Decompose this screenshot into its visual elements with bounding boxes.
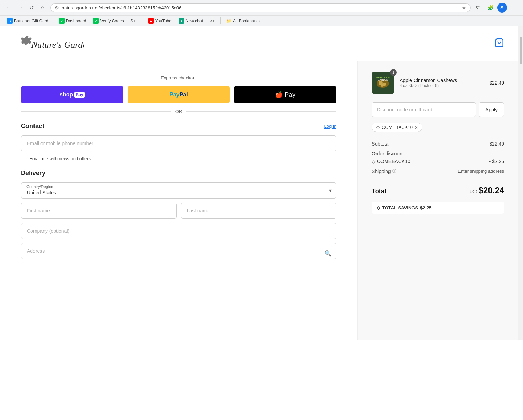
shop-pay-button[interactable]: shop Pay (21, 86, 123, 103)
address-bar[interactable]: ⚙ naturesgarden.net/checkouts/c/b1b14323… (50, 3, 471, 12)
dashboard-icon: ✓ (59, 18, 65, 24)
product-image: NATURE'S GARDEN (372, 72, 394, 94)
paypal-pay: Pay (169, 92, 179, 98)
order-divider (372, 179, 504, 179)
newsletter-checkbox[interactable] (21, 156, 26, 161)
shipping-info-icon: ⓘ (392, 168, 396, 174)
discount-diamond-icon: ◇ (372, 158, 376, 164)
discount-value: - $2.25 (489, 158, 504, 164)
coupon-tag: ◇ COMEBACK10 × (372, 123, 422, 132)
verify-icon: ✓ (93, 18, 99, 24)
shop-pay-text: shop (60, 92, 73, 98)
bookmark-verify[interactable]: ✓ Verify Codes — Sim... (90, 17, 144, 25)
bookmark-dashboard-label: Dashboard (66, 18, 86, 23)
savings-icon: ◇ (377, 205, 380, 210)
shield-icon[interactable]: 🛡 (473, 3, 483, 13)
reload-button[interactable]: ↺ (26, 3, 36, 13)
order-discount-label: Order discount (372, 151, 404, 156)
logo-svg: Nature's Garden (14, 33, 84, 54)
discount-input[interactable] (372, 102, 476, 117)
product-img-svg: NATURE'S GARDEN (373, 73, 393, 93)
apply-button[interactable]: Apply (479, 102, 504, 117)
product-price: $22.49 (489, 80, 504, 86)
contact-section: Contact Log in Email me with news and of… (21, 123, 336, 161)
bookmark-dashboard[interactable]: ✓ Dashboard (56, 17, 89, 25)
company-input[interactable] (21, 223, 336, 239)
nav-buttons: ← → ↺ ⌂ (4, 3, 47, 13)
shipping-value: Enter shipping address (458, 169, 504, 174)
email-input[interactable] (21, 135, 336, 151)
extensions-icon[interactable]: 🧩 (485, 3, 495, 13)
svg-point-6 (381, 84, 384, 87)
delivery-title: Delivery (21, 170, 45, 177)
apple-pay-icon: 🍎 Pay (275, 91, 295, 98)
profile-button[interactable]: S (497, 3, 507, 13)
more-button[interactable]: ⋮ (509, 3, 519, 13)
forward-button[interactable]: → (15, 3, 25, 13)
newsletter-row: Email me with news and offers (21, 156, 336, 161)
log-in-button[interactable]: Log in (324, 124, 336, 129)
savings-bar: ◇ TOTAL SAVINGS $2.25 (372, 202, 504, 214)
coupon-remove-button[interactable]: × (415, 125, 418, 130)
checkout-left-panel: Express checkout shop Pay PayPal 🍎 Pay (0, 61, 358, 340)
page-wrapper: Nature's Garden Express checkout (0, 26, 523, 340)
total-currency: USD (468, 189, 477, 194)
home-button[interactable]: ⌂ (38, 3, 47, 13)
paypal-button[interactable]: PayPal (128, 86, 230, 103)
discount-code-label-wrapper: ◇ COMEBACK10 (372, 158, 410, 164)
star-icon: ★ (462, 5, 466, 10)
contact-title: Contact (21, 123, 44, 130)
bookmark-battlenet[interactable]: B Battlenet Gift Card... (4, 17, 55, 25)
store-header: Nature's Garden (0, 26, 518, 61)
apple-pay-button[interactable]: 🍎 Pay (234, 86, 336, 103)
product-quantity-badge: 1 (390, 69, 397, 76)
product-variant: 4 oz <br> (Pack of 6) (400, 83, 484, 88)
discount-line: Order discount (372, 149, 504, 158)
bookmark-newchat[interactable]: ✦ New chat (176, 17, 206, 25)
product-info: Apple Cinnamon Cashews 4 oz <br> (Pack o… (400, 78, 484, 88)
country-select-wrapper: Country/Region United States ▾ (21, 182, 336, 199)
bookmarks-bar: B Battlenet Gift Card... ✓ Dashboard ✓ V… (0, 15, 523, 26)
store-logo: Nature's Garden (14, 33, 84, 54)
page-content: Nature's Garden Express checkout (0, 26, 518, 340)
bookmark-more-button[interactable]: >> (207, 17, 218, 24)
bookmark-verify-label: Verify Codes — Sim... (100, 18, 141, 23)
product-name: Apple Cinnamon Cashews (400, 78, 484, 83)
cart-button[interactable] (494, 38, 504, 49)
total-label: Total (372, 188, 386, 195)
browser-toolbar: ← → ↺ ⌂ ⚙ naturesgarden.net/checkouts/c/… (0, 0, 523, 15)
or-divider: OR (21, 109, 336, 114)
coupon-tag-wrapper: ◇ COMEBACK10 × (372, 123, 504, 139)
subtotal-value: $22.49 (489, 141, 504, 147)
chatgpt-icon: ✦ (179, 18, 184, 24)
order-summary-lines: Subtotal $22.49 Order discount ◇ COMEBAC… (372, 139, 504, 214)
savings-label: TOTAL SAVINGS (382, 205, 418, 210)
bookmark-youtube[interactable]: ▶ YouTube (145, 17, 174, 25)
svg-text:Nature's Garden: Nature's Garden (31, 40, 84, 50)
product-image-wrapper: NATURE'S GARDEN 1 (372, 72, 394, 94)
total-right: USD $20.24 (468, 186, 504, 195)
bookmark-battlenet-label: Battlenet Gift Card... (14, 18, 52, 23)
last-name-input[interactable] (181, 203, 337, 219)
scrollbar[interactable] (518, 26, 523, 340)
total-amount: $20.24 (479, 186, 504, 195)
country-label: Country/Region (26, 185, 53, 189)
address-input[interactable] (21, 243, 336, 259)
shipping-info: Shipping ⓘ (372, 168, 396, 174)
newsletter-label: Email me with news and offers (29, 156, 91, 161)
paypal-pal: Pal (180, 92, 188, 98)
all-bookmarks-label: All Bookmarks (233, 18, 260, 23)
scrollbar-thumb[interactable] (520, 37, 522, 64)
first-name-input[interactable] (21, 203, 177, 219)
country-select[interactable]: United States (21, 182, 336, 199)
subtotal-line: Subtotal $22.49 (372, 139, 504, 149)
all-bookmarks-button[interactable]: 📁 All Bookmarks (223, 17, 263, 24)
bookmark-newchat-label: New chat (185, 18, 203, 23)
back-button[interactable]: ← (4, 3, 14, 13)
express-checkout-label: Express checkout (21, 75, 336, 80)
or-text: OR (175, 109, 182, 114)
product-row: NATURE'S GARDEN 1 Apple Cinnamon Cashews… (372, 72, 504, 94)
total-line: Total USD $20.24 (372, 182, 504, 199)
search-icon: 🔍 (325, 250, 332, 257)
delivery-section: Delivery Country/Region United States ▾ (21, 170, 336, 263)
